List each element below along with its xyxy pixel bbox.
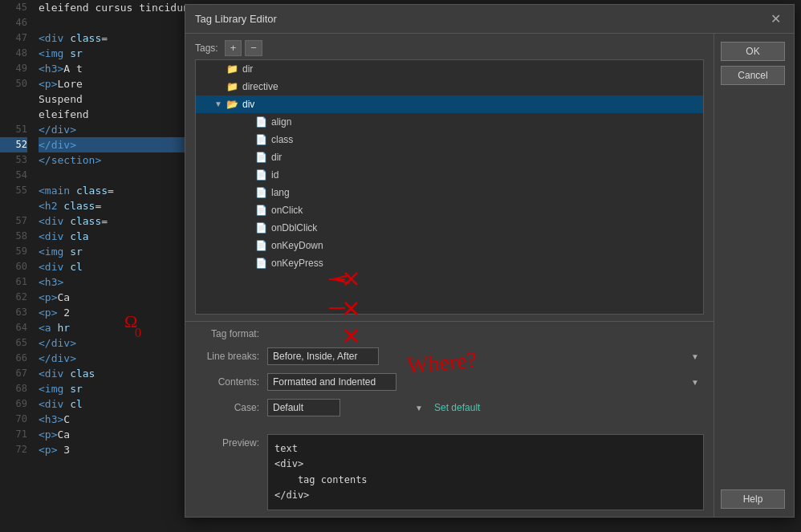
- line-numbers: 45 46 47 48 49 50 51 52 53 54 55 57 58 5…: [0, 0, 32, 532]
- folder-open-icon: 📂: [225, 99, 239, 110]
- tags-buttons: + −: [225, 40, 262, 56]
- tree-item-label: directive: [242, 81, 700, 92]
- line-breaks-row: Line breaks: Before, Inside, After Befor…: [195, 347, 704, 365]
- line-num-51: 51: [0, 122, 27, 137]
- preview-line-3: tag contents: [274, 473, 697, 488]
- line-num-58: 58: [0, 229, 27, 244]
- line-num-67: 67: [0, 366, 27, 381]
- case-row: Case: Default Lowercase Uppercase Set de…: [195, 399, 704, 416]
- contents-select-wrapper: Formatted and Indented Formatted only No…: [267, 373, 704, 391]
- dialog-titlebar: Tag Library Editor ✕: [185, 5, 794, 34]
- file-icon: 📄: [254, 187, 268, 198]
- line-breaks-control: Before, Inside, After Before, After Befo…: [267, 347, 704, 365]
- line-num-71: 71: [0, 427, 27, 442]
- line-num-60: 60: [0, 259, 27, 274]
- tag-format-section: Tag format: Line breaks: Before, Inside,…: [185, 321, 714, 431]
- preview-label: Preview:: [195, 434, 267, 449]
- line-num-blank1: [0, 91, 27, 107]
- tree-item-label: lang: [271, 187, 700, 198]
- line-num-50: 50: [0, 76, 27, 91]
- tag-tree[interactable]: 📁 dir 📁 directive ▼ 📂 div: [195, 59, 704, 315]
- tree-item-align[interactable]: 📄 align: [196, 113, 703, 131]
- file-icon: 📄: [254, 134, 268, 145]
- line-num-66: 66: [0, 351, 27, 366]
- file-icon: 📄: [254, 116, 268, 128]
- line-num-45: 45: [0, 0, 27, 15]
- cancel-button[interactable]: Cancel: [721, 66, 785, 85]
- dialog-title: Tag Library Editor: [195, 13, 277, 25]
- tree-item-label: onClick: [271, 205, 700, 216]
- tree-item-label: onDblClick: [271, 222, 700, 234]
- contents-control: Formatted and Indented Formatted only No…: [267, 373, 704, 391]
- line-num-49: 49: [0, 61, 27, 76]
- tree-item-onkeydown[interactable]: 📄 onKeyDown: [196, 237, 703, 254]
- tag-format-row: Tag format:: [195, 328, 704, 339]
- tree-item-class[interactable]: 📄 class: [196, 131, 703, 148]
- tree-item-ondblclick[interactable]: 📄 onDblClick: [196, 219, 703, 237]
- line-breaks-select[interactable]: Before, Inside, After Before, After Befo…: [267, 347, 379, 365]
- tags-section: Tags: + −: [185, 34, 714, 59]
- line-num-53: 53: [0, 152, 27, 168]
- ok-button[interactable]: OK: [721, 42, 785, 61]
- tree-item-label: dir: [271, 152, 700, 163]
- preview-line-2: <div>: [274, 457, 697, 472]
- tree-item-label: onKeyPress: [271, 258, 700, 269]
- file-icon: 📄: [254, 258, 268, 269]
- set-default-link[interactable]: Set default: [434, 402, 480, 413]
- line-num-57: 57: [0, 213, 27, 229]
- tag-library-editor-dialog: Tag Library Editor ✕ Tags: + − 📁 dir: [185, 4, 795, 518]
- line-num-46: 46: [0, 15, 27, 30]
- contents-select[interactable]: Formatted and Indented Formatted only No…: [267, 373, 396, 391]
- line-num-63: 63: [0, 305, 27, 320]
- tree-item-dir-folder[interactable]: 📁 dir: [196, 60, 703, 78]
- tree-item-label: div: [242, 99, 700, 110]
- dialog-right-panel: OK Cancel Help: [714, 34, 794, 517]
- preview-line-4: </div>: [274, 488, 697, 503]
- line-num-59: 59: [0, 244, 27, 259]
- folder-icon: 📁: [225, 63, 239, 75]
- dialog-left-panel: Tags: + − 📁 dir 📁 directive: [185, 34, 714, 517]
- tree-item-div[interactable]: ▼ 📂 div: [196, 95, 703, 113]
- tree-item-lang[interactable]: 📄 lang: [196, 184, 703, 201]
- line-num-55: 55: [0, 183, 27, 198]
- line-num-47: 47: [0, 30, 27, 46]
- file-icon: 📄: [254, 222, 268, 234]
- line-num-69: 69: [0, 396, 27, 412]
- tree-item-label: onKeyDown: [271, 240, 700, 251]
- tree-item-onkeypress[interactable]: 📄 onKeyPress: [196, 254, 703, 272]
- contents-row: Contents: Formatted and Indented Formatt…: [195, 373, 704, 391]
- tree-item-onclick[interactable]: 📄 onClick: [196, 201, 703, 219]
- tree-item-directive[interactable]: 📁 directive: [196, 78, 703, 95]
- help-button[interactable]: Help: [721, 489, 785, 509]
- preview-line-1: text: [274, 441, 697, 457]
- remove-tag-button[interactable]: −: [245, 40, 262, 56]
- case-label: Case:: [195, 402, 267, 413]
- dialog-body: Tags: + − 📁 dir 📁 directive: [185, 34, 794, 517]
- line-num-56: [0, 198, 27, 213]
- folder-icon: 📁: [225, 81, 239, 92]
- line-num-72: 72: [0, 442, 27, 457]
- tree-item-id[interactable]: 📄 id: [196, 166, 703, 184]
- add-tag-button[interactable]: +: [225, 40, 242, 56]
- dialog-close-button[interactable]: ✕: [767, 11, 784, 27]
- preview-section: Preview: text <div> tag contents </div>: [185, 431, 714, 517]
- line-num-48: 48: [0, 46, 27, 61]
- preview-content: text <div> tag contents </div>: [267, 434, 704, 510]
- tree-item-label: class: [271, 134, 700, 145]
- tree-item-label: align: [271, 116, 700, 128]
- preview-row: Preview: text <div> tag contents </div>: [195, 434, 704, 510]
- file-icon: 📄: [254, 152, 268, 163]
- case-control: Default Lowercase Uppercase Set default: [267, 399, 704, 416]
- tag-format-label: Tag format:: [195, 328, 267, 339]
- tree-item-label: dir: [242, 63, 700, 75]
- file-icon: 📄: [254, 169, 268, 181]
- line-num-blank2: [0, 107, 27, 122]
- tree-item-label: id: [271, 169, 700, 181]
- line-num-70: 70: [0, 412, 27, 427]
- tree-item-dir-attr[interactable]: 📄 dir: [196, 148, 703, 166]
- line-num-68: 68: [0, 381, 27, 396]
- contents-label: Contents:: [195, 376, 267, 388]
- file-icon: 📄: [254, 205, 268, 216]
- case-select[interactable]: Default Lowercase Uppercase: [267, 399, 340, 416]
- tags-label: Tags:: [195, 43, 218, 54]
